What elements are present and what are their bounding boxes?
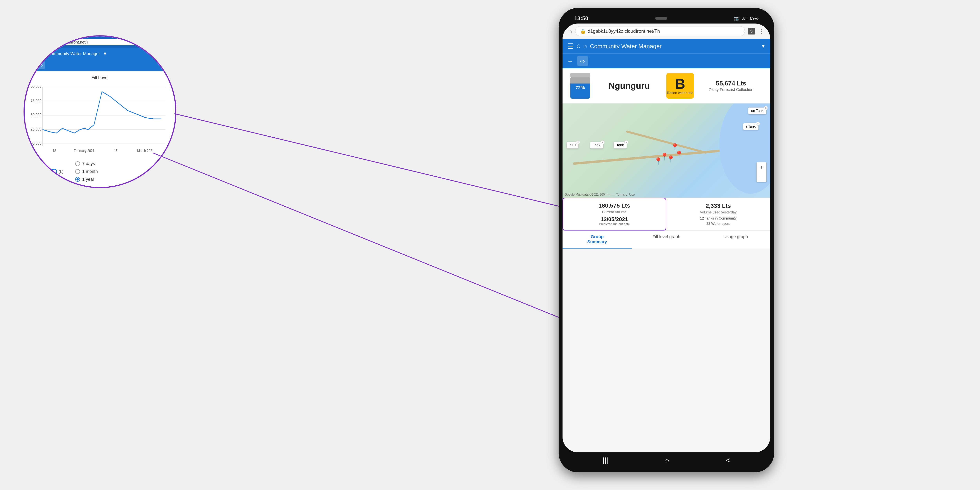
map-zoom-controls: + − — [757, 162, 766, 182]
status-icons: 📷 .ull 69% — [734, 16, 759, 21]
radio-1month[interactable]: 1 month — [75, 169, 98, 174]
status-bar: 13:50 📷 .ull 69% — [563, 12, 770, 24]
radio-7days-circle[interactable] — [75, 161, 80, 166]
app-title-c: C — [577, 43, 581, 49]
bottom-tabs: GroupSummary Fill level graph Usage grap… — [563, 231, 770, 248]
run-out-label: Predicted run out date — [566, 223, 662, 226]
zoom-cwm-text: Community Water Manager — [48, 51, 100, 56]
battery-icon: 69% — [750, 16, 759, 21]
svg-text:125,000: 125,000 — [30, 127, 41, 131]
radio-1month-circle[interactable] — [75, 169, 80, 174]
zoom-sub-bar: ← ⇨ — [25, 59, 175, 71]
map-zoom-out[interactable]: − — [757, 172, 766, 182]
toggle-percent-label: (%) — [38, 169, 45, 174]
usage-value: 2,333 Lts — [670, 202, 766, 209]
toggle-liters-label: (L) — [59, 169, 63, 174]
location-title: Ngunguru — [596, 81, 662, 91]
map-pin-1[interactable]: 📍 — [670, 143, 679, 151]
browser-url-bar[interactable]: 🔒 d1gabk1u8yy42z.cloudfront.net/Th — [575, 26, 745, 36]
current-volume-label: Current Volume — [566, 210, 662, 214]
forecast-box: 55,674 Lts 7-day Forecast Collection — [698, 80, 764, 92]
svg-line-15 — [175, 114, 598, 216]
map-tooltip-close-5[interactable]: × — [624, 140, 628, 144]
map-tooltip-5: Tank × — [614, 142, 627, 149]
nav-bar: ||| ○ < — [563, 452, 770, 468]
tab-group-summary[interactable]: GroupSummary — [563, 231, 632, 248]
app-dropdown-icon[interactable]: ▼ — [761, 43, 765, 49]
app-cwm-prefix: in — [584, 44, 587, 49]
tank-icon: 72% — [568, 73, 592, 99]
usage-box: 2,333 Lts Volume used yesterday 12 Tanks… — [666, 198, 770, 231]
status-time: 13:50 — [574, 15, 589, 22]
right-phone: 13:50 📷 .ull 69% ⌂ 🔒 d1gabk1u8yy42z.clou… — [558, 8, 774, 473]
zoom-back-icon[interactable]: ← — [28, 62, 33, 68]
radio-7days[interactable]: 7 days — [75, 161, 98, 166]
camera-icon: 📷 — [734, 16, 740, 21]
grade-label: Ration water use — [667, 91, 693, 95]
toggle-switch[interactable] — [46, 169, 57, 174]
radio-options: 7 days 1 month 1 year — [75, 161, 98, 182]
zoom-login-icon[interactable]: ⇨ — [37, 61, 45, 69]
back-icon[interactable]: ← — [567, 58, 573, 65]
tab-usage-graph[interactable]: Usage graph — [701, 231, 770, 248]
forecast-label: 7-day Forecast Collection — [698, 87, 764, 92]
zoom-chart-area: Fill Level 200,000 175,000 — [25, 71, 175, 187]
lock-icon: 🔒 — [580, 29, 586, 34]
grade-box: B Ration water use — [667, 73, 694, 99]
radio-1month-label: 1 month — [82, 169, 98, 174]
tank-empty — [570, 77, 590, 83]
home-browser-icon[interactable]: ⌂ — [568, 28, 572, 35]
stats-section: 180,575 Lts Current Volume 12/05/2021 Pr… — [563, 197, 770, 231]
tab-fill-level-graph[interactable]: Fill level graph — [632, 231, 701, 248]
hero-section: 72% Ngunguru B Ration water use 55,674 L… — [563, 68, 770, 103]
tank-fill-label: 72% — [576, 85, 585, 91]
radio-1year[interactable]: 1 year — [75, 177, 98, 182]
map-tooltip-3: X10 × — [566, 142, 579, 149]
svg-text:150,000: 150,000 — [30, 113, 41, 117]
svg-text:March 2021: March 2021 — [137, 149, 154, 153]
tank-body: 72% — [570, 77, 590, 99]
chart-title: Fill Level — [30, 75, 169, 80]
svg-text:15: 15 — [114, 149, 118, 153]
map-tooltip-1: on Tank × — [748, 107, 766, 114]
map-zoom-in[interactable]: + — [757, 162, 766, 172]
zoom-circle: d1gabk1u8yy42z.cloudfront.net/T ☰ C in C… — [24, 35, 177, 188]
map-tooltip-2: r Tank × — [743, 123, 759, 130]
nav-back-icon[interactable]: < — [726, 456, 730, 465]
chart-svg-wrapper: 200,000 175,000 150,000 125,000 100,000 … — [30, 82, 169, 158]
usage-label: Volume used yesterday — [670, 210, 766, 215]
radio-1year-circle[interactable] — [75, 177, 80, 182]
svg-text:175,000: 175,000 — [30, 98, 41, 103]
map-tooltip-close-2[interactable]: × — [756, 122, 760, 126]
hamburger-icon[interactable]: ☰ — [567, 42, 573, 50]
login-icon[interactable]: ⇨ — [577, 56, 588, 66]
phone-screen: ⌂ 🔒 d1gabk1u8yy42z.cloudfront.net/Th 5 ⋮… — [563, 24, 770, 452]
zoom-browser-bar: d1gabk1u8yy42z.cloudfront.net/T — [25, 37, 175, 48]
map-tooltip-close-4[interactable]: × — [601, 140, 605, 144]
svg-text:100,000: 100,000 — [30, 141, 41, 146]
zoom-menu-icon[interactable]: ☰ — [28, 50, 33, 57]
map-tooltip-close-3[interactable]: × — [576, 140, 580, 144]
more-menu-icon[interactable]: ⋮ — [758, 27, 764, 35]
toggle-area: (%) (L) — [38, 169, 64, 174]
zoom-dropdown-icon[interactable]: ▼ — [103, 51, 107, 56]
map-tooltip-close-1[interactable]: × — [764, 106, 768, 110]
map-pin-3[interactable]: 📍 — [654, 157, 663, 165]
current-volume-box: 180,575 Lts Current Volume 12/05/2021 Pr… — [563, 198, 666, 231]
fill-level-chart: 200,000 175,000 150,000 125,000 100,000 … — [30, 82, 169, 158]
map-pin-5[interactable]: 📍 — [675, 151, 684, 159]
tank-top — [570, 73, 590, 77]
nav-recent-icon[interactable]: ||| — [603, 456, 608, 465]
map-pin-4[interactable]: 📍 — [667, 155, 675, 164]
nav-home-icon[interactable]: ○ — [665, 456, 669, 465]
svg-text:18: 18 — [52, 149, 56, 153]
radio-1year-label: 1 year — [82, 177, 94, 182]
app-topbar: ☰ C in Community Water Manager ▼ — [563, 39, 770, 54]
zoom-url: d1gabk1u8yy42z.cloudfront.net/T — [28, 39, 172, 45]
app-title: Community Water Manager — [590, 43, 758, 49]
svg-text:200,000: 200,000 — [30, 84, 41, 89]
map-tooltip-4: Tank × — [590, 142, 603, 149]
radio-7days-label: 7 days — [82, 161, 95, 166]
tab-count-badge[interactable]: 5 — [748, 28, 755, 35]
community-label: 12 Tanks in Community — [670, 216, 766, 221]
